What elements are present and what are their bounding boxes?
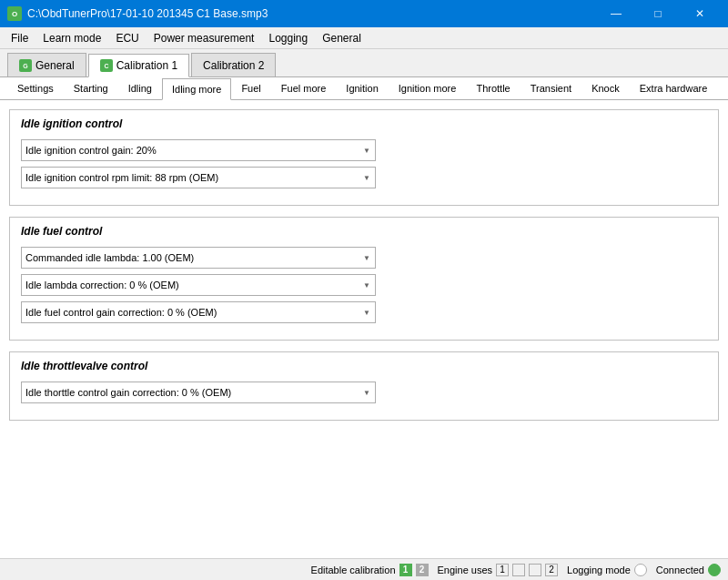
subtab-fuel[interactable]: Fuel <box>231 77 270 99</box>
menu-learn-mode[interactable]: Learn mode <box>35 28 108 48</box>
subtab-idling-more[interactable]: Idling more <box>162 78 231 100</box>
dropdown-throttle-gain[interactable]: Idle thorttle control gain correction: 0… <box>21 382 376 403</box>
minimize-button[interactable]: — <box>595 0 637 27</box>
dropdown-wrapper-throttle-gain: Idle thorttle control gain correction: 0… <box>21 382 376 403</box>
section-idle-throttle: Idle throttlevalve control Idle thorttle… <box>9 351 719 421</box>
section-idle-fuel-title: Idle fuel control <box>21 225 707 238</box>
close-button[interactable]: ✕ <box>679 0 721 27</box>
tab-cal1-icon: C <box>100 59 113 72</box>
subtab-extra-hardware[interactable]: Extra hardware <box>630 77 718 99</box>
subtab-idling[interactable]: Idling <box>118 77 162 99</box>
subtab-ignition[interactable]: Ignition <box>336 77 388 99</box>
connected-indicator <box>708 564 721 576</box>
tab-calibration1-label: Calibration 1 <box>116 59 177 72</box>
main-content: Idle ignition control Idle ignition cont… <box>0 100 728 560</box>
tab-calibration2-label: Calibration 2 <box>203 59 264 72</box>
dropdown-wrapper-fuel-gain: Idle fuel control gain correction: 0 % (… <box>21 301 376 323</box>
dropdown-wrapper-rpm: Idle ignition control rpm limit: 88 rpm … <box>21 167 376 188</box>
subtab-ignition-more[interactable]: Ignition more <box>389 77 467 99</box>
section-idle-ignition: Idle ignition control Idle ignition cont… <box>9 109 719 206</box>
engine-box-spacer1 <box>512 564 525 576</box>
engine-box-2: 2 <box>545 564 558 576</box>
editable-calibration-segment: Editable calibration 1 2 <box>311 564 429 576</box>
tab-calibration1[interactable]: C Calibration 1 <box>88 54 189 77</box>
main-tabs: G General C Calibration 1 Calibration 2 <box>0 49 728 77</box>
dropdown-wrapper-lambda-corr: Idle lambda correction: 0 % (OEM) <box>21 274 376 296</box>
menu-power-measurement[interactable]: Power measurement <box>147 28 262 48</box>
svg-text:C: C <box>104 63 108 69</box>
app-icon: O <box>7 6 22 21</box>
svg-text:G: G <box>23 63 28 69</box>
logging-mode-indicator <box>634 564 647 576</box>
dropdown-gain[interactable]: Idle ignition control gain: 20% <box>21 139 376 161</box>
menu-ecu[interactable]: ECU <box>108 28 146 48</box>
title-bar: O C:\ObdTunerPro\17-01-10 201345 C1 Base… <box>0 0 728 27</box>
engine-uses-segment: Engine uses 1 2 <box>438 564 559 576</box>
engine-box-spacer2 <box>529 564 541 576</box>
subtab-starting[interactable]: Starting <box>64 77 118 99</box>
subtab-fuel-more[interactable]: Fuel more <box>271 77 337 99</box>
menu-general[interactable]: General <box>315 28 369 48</box>
menu-bar: File Learn mode ECU Power measurement Lo… <box>0 27 728 49</box>
subtab-settings[interactable]: Settings <box>7 77 64 99</box>
tab-general-label: General <box>35 59 75 72</box>
engine-box-1: 1 <box>496 564 509 576</box>
dropdown-row-fuel-gain: Idle fuel control gain correction: 0 % (… <box>21 301 707 323</box>
dropdown-rpm-limit[interactable]: Idle ignition control rpm limit: 88 rpm … <box>21 167 376 188</box>
maximize-button[interactable]: □ <box>637 0 679 27</box>
dropdown-wrapper-gain: Idle ignition control gain: 20% <box>21 139 376 161</box>
dropdown-row-throttle-gain: Idle thorttle control gain correction: 0… <box>21 382 707 403</box>
tab-calibration2[interactable]: Calibration 2 <box>191 53 276 76</box>
dropdown-commanded-lambda[interactable]: Commanded idle lambda: 1.00 (OEM) <box>21 247 376 269</box>
menu-file[interactable]: File <box>4 28 35 48</box>
title-bar-left: O C:\ObdTunerPro\17-01-10 201345 C1 Base… <box>7 6 268 21</box>
window-controls: — □ ✕ <box>595 0 721 27</box>
connected-label: Connected <box>656 565 704 575</box>
editable-calibration-label: Editable calibration <box>311 565 396 575</box>
cal-box-2: 2 <box>416 564 429 576</box>
dropdown-row-lambda: Commanded idle lambda: 1.00 (OEM) <box>21 247 707 269</box>
engine-uses-label: Engine uses <box>438 565 493 575</box>
section-idle-fuel: Idle fuel control Commanded idle lambda:… <box>9 217 719 341</box>
subtab-transient[interactable]: Transient <box>521 77 581 99</box>
svg-text:O: O <box>12 10 17 18</box>
logging-mode-label: Logging mode <box>567 565 631 575</box>
status-bar: Editable calibration 1 2 Engine uses 1 2… <box>0 558 728 580</box>
subtab-throttle[interactable]: Throttle <box>466 77 520 99</box>
tab-general[interactable]: G General <box>7 53 86 76</box>
connected-segment: Connected <box>656 564 721 576</box>
dropdown-lambda-correction[interactable]: Idle lambda correction: 0 % (OEM) <box>21 274 376 296</box>
cal-box-1: 1 <box>399 564 412 576</box>
window-title: C:\ObdTunerPro\17-01-10 201345 C1 Base.s… <box>27 7 268 20</box>
section-idle-ignition-title: Idle ignition control <box>21 117 707 130</box>
dropdown-row-rpm: Idle ignition control rpm limit: 88 rpm … <box>21 167 707 188</box>
dropdown-fuel-gain[interactable]: Idle fuel control gain correction: 0 % (… <box>21 301 376 323</box>
dropdown-wrapper-lambda: Commanded idle lambda: 1.00 (OEM) <box>21 247 376 269</box>
menu-logging[interactable]: Logging <box>261 28 315 48</box>
logging-mode-segment: Logging mode <box>567 564 647 576</box>
section-idle-throttle-title: Idle throttlevalve control <box>21 360 707 372</box>
dropdown-row-lambda-corr: Idle lambda correction: 0 % (OEM) <box>21 274 707 296</box>
sub-tabs: Settings Starting Idling Idling more Fue… <box>0 77 728 100</box>
dropdown-row-gain: Idle ignition control gain: 20% <box>21 139 707 161</box>
tab-general-icon: G <box>19 59 32 72</box>
subtab-knock[interactable]: Knock <box>581 77 630 99</box>
